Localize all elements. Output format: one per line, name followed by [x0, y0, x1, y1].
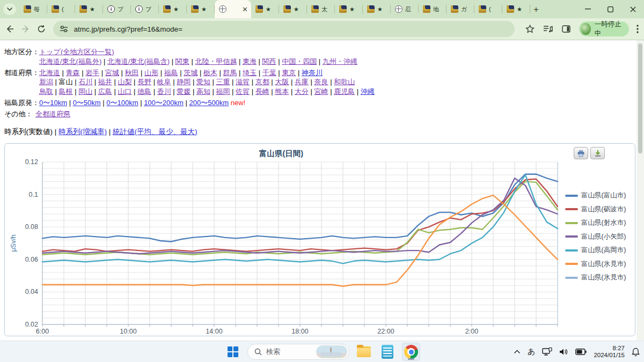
browser-tab[interactable]: ★: [279, 0, 307, 18]
nav-link[interactable]: 島根: [59, 87, 73, 95]
browser-tab-active[interactable]: ✕: [215, 0, 251, 18]
browser-tab[interactable]: (: [47, 0, 75, 18]
nav-link[interactable]: 新潟: [39, 78, 53, 86]
nav-link[interactable]: 統計値(平均、最少、最大): [113, 128, 197, 136]
ime-indicator[interactable]: あ: [528, 347, 535, 357]
network-icon[interactable]: [542, 348, 552, 356]
search-daily-image[interactable]: [316, 345, 347, 358]
nav-link[interactable]: 100〜200km: [144, 99, 184, 107]
nav-link[interactable]: 宮城: [105, 69, 119, 77]
nav-link[interactable]: 関東: [175, 57, 189, 65]
browser-tab[interactable]: ★: [502, 0, 530, 18]
nav-link[interactable]: 中国・四国: [282, 57, 317, 65]
nav-link[interactable]: 三重: [216, 78, 230, 86]
nav-link[interactable]: 山形: [144, 69, 158, 77]
scrollbar-thumb[interactable]: [638, 43, 642, 153]
nav-link[interactable]: 宮崎: [314, 87, 328, 95]
nav-link[interactable]: 鹿児島: [334, 87, 355, 95]
nav-link[interactable]: 佐賀: [236, 87, 250, 95]
nav-link[interactable]: 大阪: [275, 78, 289, 86]
chart-canvas[interactable]: 0.020.040.060.080.10.126:0010:0014:0018:…: [5, 144, 563, 336]
nav-link[interactable]: 滋賀: [236, 78, 250, 86]
browser-tab[interactable]: 忍: [391, 0, 419, 18]
browser-tab[interactable]: 地: [419, 0, 447, 18]
nav-link[interactable]: 東海: [243, 57, 257, 65]
nav-link[interactable]: 青森: [66, 69, 80, 77]
nav-link[interactable]: 0〜50km: [73, 99, 101, 107]
new-tab-button[interactable]: +: [530, 4, 542, 16]
nav-link[interactable]: 愛媛: [177, 87, 191, 95]
file-explorer-icon[interactable]: [355, 343, 373, 361]
nav-link[interactable]: 広島: [98, 87, 112, 95]
nav-link[interactable]: 岡山: [78, 87, 92, 95]
nav-link[interactable]: 0〜100km: [106, 99, 138, 107]
nav-link[interactable]: 200〜500km: [189, 99, 229, 107]
chrome-app-icon[interactable]: [402, 343, 420, 361]
tab-close-icon[interactable]: ✕: [241, 6, 249, 13]
browser-tab[interactable]: iプ: [103, 0, 131, 18]
nav-link[interactable]: 埼玉: [243, 69, 257, 77]
nav-link[interactable]: 徳島: [137, 87, 151, 95]
nav-link[interactable]: 北海道: [39, 69, 60, 77]
nav-link[interactable]: 神奈川: [302, 69, 323, 77]
nav-link[interactable]: 福岡: [216, 87, 230, 95]
nav-link[interactable]: 栃木: [203, 69, 217, 77]
nav-link[interactable]: 兵庫: [295, 78, 309, 86]
browser-tab[interactable]: ★: [251, 0, 279, 18]
nav-link[interactable]: 全都道府県: [35, 110, 70, 118]
forward-button[interactable]: [19, 21, 32, 36]
nav-link[interactable]: 時系列(増減率): [58, 128, 107, 136]
media-controls-button[interactable]: [540, 21, 555, 36]
nav-link[interactable]: 九州・沖縄: [323, 57, 357, 65]
browser-tab[interactable]: ★: [187, 0, 215, 18]
browser-tab[interactable]: 太: [307, 0, 335, 18]
tray-clock[interactable]: 8:27 2024/01/15: [594, 345, 625, 359]
nav-link[interactable]: 北陸・甲信越: [195, 57, 237, 65]
browser-tab[interactable]: iプ: [131, 0, 159, 18]
profile-chip[interactable]: 一時停止中: [579, 21, 629, 36]
nav-link[interactable]: 群馬: [223, 69, 237, 77]
nav-link[interactable]: 奈良: [314, 78, 328, 86]
print-chart-button[interactable]: [574, 147, 588, 159]
nav-link[interactable]: 和歌山: [334, 78, 355, 86]
nav-link[interactable]: 岐阜: [157, 78, 171, 86]
back-button[interactable]: [3, 21, 16, 36]
nav-link[interactable]: 沖縄: [361, 87, 375, 95]
notepad-app-icon[interactable]: [378, 343, 397, 361]
address-bar[interactable]: atmc.jp/prefs.cgi?pref=16&mode=: [53, 21, 515, 37]
browser-tab[interactable]: (: [474, 0, 502, 18]
nav-link[interactable]: 静岡: [177, 78, 191, 86]
nav-link[interactable]: 山口: [118, 87, 131, 95]
nav-link[interactable]: 香川: [157, 87, 171, 95]
nav-link[interactable]: 0〜10km: [39, 99, 67, 107]
nav-link[interactable]: 高知: [196, 87, 210, 95]
nav-link[interactable]: 千葉: [262, 69, 276, 77]
bookmark-button[interactable]: [522, 21, 537, 36]
nav-link[interactable]: 長崎: [255, 87, 269, 95]
nav-link[interactable]: 大分: [295, 87, 309, 95]
nav-link[interactable]: 北海道/東北(福島外): [39, 57, 101, 65]
minimize-button[interactable]: [576, 0, 599, 18]
taskbar-search-box[interactable]: 検索: [247, 344, 349, 360]
nav-link[interactable]: 熊本: [275, 87, 289, 95]
browser-tab[interactable]: ★: [335, 0, 363, 18]
nav-link[interactable]: 岩手: [85, 69, 99, 77]
nav-link[interactable]: トップ(全地方区分一覧): [39, 48, 114, 56]
nav-link[interactable]: 北海道/東北(福島含): [107, 57, 170, 65]
volume-icon[interactable]: [559, 348, 568, 356]
nav-link[interactable]: 石川: [78, 78, 92, 86]
nav-link[interactable]: 関西: [262, 57, 276, 65]
battery-icon[interactable]: [575, 349, 587, 355]
side-panel-button[interactable]: [559, 21, 574, 36]
maximize-button[interactable]: [599, 0, 621, 18]
nav-link[interactable]: 愛知: [196, 78, 210, 86]
reload-button[interactable]: [35, 21, 48, 36]
nav-link[interactable]: 鳥取: [39, 87, 53, 95]
nav-link[interactable]: 福島: [164, 69, 178, 77]
close-window-button[interactable]: [621, 0, 644, 18]
browser-tab[interactable]: ★: [363, 0, 391, 18]
nav-link[interactable]: 山梨: [118, 78, 131, 86]
browser-tab[interactable]: ★: [75, 0, 103, 18]
nav-link[interactable]: 東京: [282, 69, 296, 77]
tray-chevron-up-icon[interactable]: [514, 350, 521, 354]
